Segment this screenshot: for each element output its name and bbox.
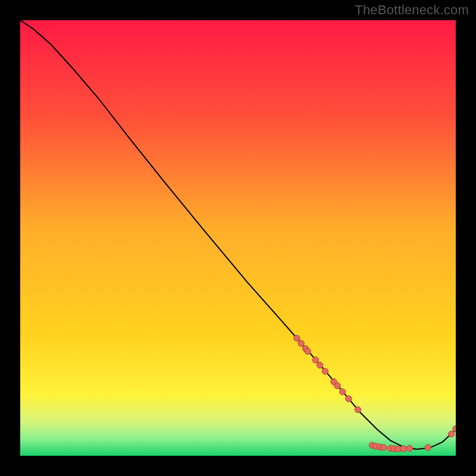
data-marker	[400, 446, 406, 452]
data-marker	[317, 362, 322, 368]
chart-stage: TheBottleneck.com	[0, 0, 476, 476]
data-marker	[298, 340, 304, 346]
data-marker	[406, 445, 412, 451]
data-marker	[339, 389, 345, 394]
data-marker	[305, 348, 311, 354]
plot-area	[20, 20, 456, 456]
data-marker	[322, 368, 328, 374]
gradient-background	[20, 20, 456, 456]
data-marker	[355, 406, 361, 412]
data-marker	[346, 396, 352, 402]
data-marker	[425, 444, 431, 450]
data-marker	[448, 431, 454, 437]
data-marker	[312, 357, 318, 363]
data-marker	[294, 335, 300, 341]
watermark-text: TheBottleneck.com	[355, 2, 469, 18]
chart-svg	[20, 20, 456, 456]
data-marker	[380, 444, 386, 450]
data-marker	[334, 383, 340, 389]
